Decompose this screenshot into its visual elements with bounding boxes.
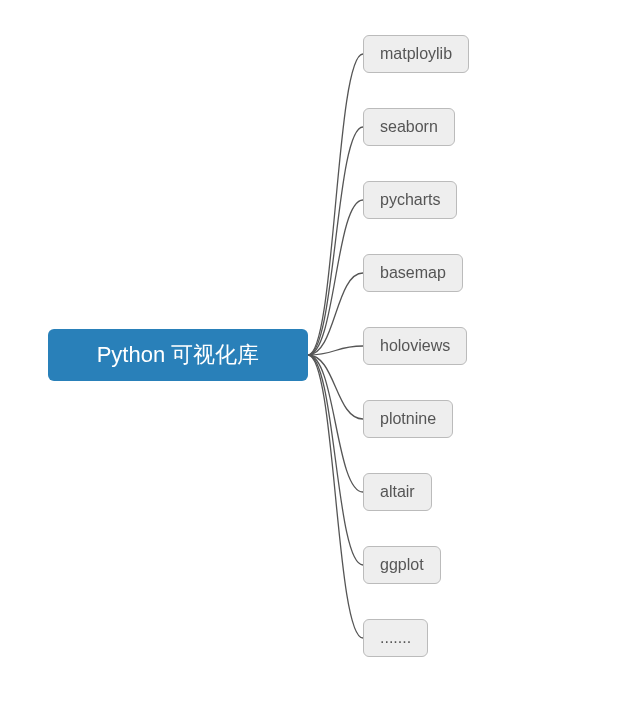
child-node-label: plotnine [380, 410, 436, 427]
child-node-label: pycharts [380, 191, 440, 208]
root-node: Python 可视化库 [48, 329, 308, 381]
child-node-label: holoviews [380, 337, 450, 354]
child-node: ggplot [363, 546, 441, 584]
child-node: pycharts [363, 181, 457, 219]
child-node: holoviews [363, 327, 467, 365]
child-node: ....... [363, 619, 428, 657]
root-node-label: Python 可视化库 [97, 340, 260, 370]
child-node-label: seaborn [380, 118, 438, 135]
child-node: basemap [363, 254, 463, 292]
child-node-label: basemap [380, 264, 446, 281]
child-node-label: ggplot [380, 556, 424, 573]
child-node: matploylib [363, 35, 469, 73]
child-node: altair [363, 473, 432, 511]
child-node-label: altair [380, 483, 415, 500]
child-node-label: ....... [380, 629, 411, 646]
child-node: seaborn [363, 108, 455, 146]
child-node-label: matploylib [380, 45, 452, 62]
child-node: plotnine [363, 400, 453, 438]
